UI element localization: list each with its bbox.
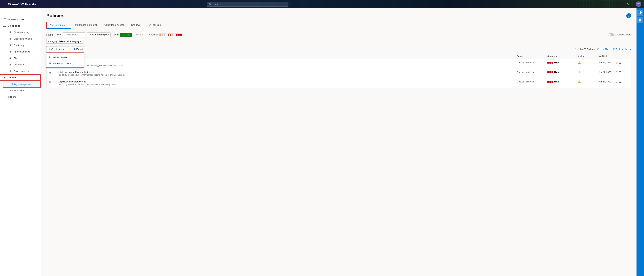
settings-button[interactable]: ⚙ [616,80,618,83]
create-policy-dropdown: ⊞ Activity policy ⊞ OAuth app policy [46,53,84,68]
table-row[interactable]: ⊞ Suspicious inbox forwarding This polic… [46,78,631,88]
governance-log-icon: ⊞ [9,70,12,72]
search-bar[interactable]: 🔍 [207,2,288,7]
severity-high-icon[interactable] [175,34,182,36]
search-icon: 🔍 [209,2,212,6]
list-button[interactable]: ☰ [619,61,621,64]
top-nav: ⊞ Microsoft 365 Defender 🔍 ⚙ ? TT [0,0,644,8]
list-button[interactable]: ☰ [619,71,621,74]
sidebar-item-governance-log[interactable]: ⊞ Governance log [3,68,41,74]
plus-icon: + [49,48,50,50]
row-action: 🔔 [578,80,598,83]
oauth-apps-icon: ⊞ [9,44,12,47]
more-button[interactable]: ⋮ [622,71,624,74]
search-input[interactable] [214,3,286,6]
sidebar-item-app-governance[interactable]: ⊞ App governance [3,48,41,55]
row-severity: High [548,71,578,74]
col-count[interactable]: Count [517,55,548,58]
advanced-filters-label: Advanced filters [616,34,631,36]
help-icon[interactable]: ? [632,2,633,6]
list-button[interactable]: ☰ [619,80,621,83]
status-disabled-button[interactable]: DISABLED [133,33,147,37]
more-button[interactable]: ⋮ [622,80,624,83]
col-severity[interactable]: Severity ▾ [548,55,578,58]
more-button[interactable]: ⋮ [622,61,624,64]
filters-row-1: Filters: Name: Type: Select type ▾ Statu… [46,32,631,37]
sidebar-item-policy-management[interactable]: Policy management [3,81,41,88]
help-button[interactable]: ? [626,13,631,18]
severity-label: High [554,61,559,64]
severity-label: High [554,71,559,74]
sidebar-section-cloud-apps[interactable]: ☁ Cloud apps ▲ [0,22,41,29]
tab-conditional-access[interactable]: Conditional access [101,22,128,29]
settings-button[interactable]: ⚙ [616,61,618,64]
activity-log-icon: ⊞ [9,63,12,66]
sev-sq-2 [178,34,180,36]
sidebar-item-files[interactable]: ⊞ Files [3,55,41,61]
sidebar-item-policy-templates[interactable]: Policy templates [3,88,41,94]
chat-button[interactable]: 💬 [637,10,643,16]
sidebar-hamburger[interactable]: ☰ [0,8,41,16]
sidebar-item-reports[interactable]: 📊 Reports [0,94,41,100]
category-filter-label: Category: [48,40,58,42]
row-name-col: Activity This policy profiles your envir… [58,61,517,66]
tab-information-protection[interactable]: Information protection [71,22,101,29]
sidebar-item-label: Reports [8,96,16,98]
hide-filters-label: Hide filters [600,48,610,50]
table-row[interactable]: ⊞ Activity This policy profiles your env… [46,59,631,69]
filters-label: Filters: [46,34,54,36]
sidebar-item-policies-rules[interactable]: ⊞ Policies & rules [0,16,41,22]
tab-shadow-it[interactable]: Shadow IT [128,22,146,29]
sidebar-section-policies[interactable]: ⊞ Policies ▲ [0,74,41,81]
sidebar-item-label: Cloud discovery [14,31,30,34]
feedback-button[interactable]: 📋 [637,17,643,23]
sidebar-item-cloud-discovery[interactable]: ⊞ Cloud discovery [3,29,41,36]
hide-filters-button[interactable]: ⊞ Hide filters [597,48,610,50]
sev-sq-1 [548,72,549,73]
export-icon: ⬇ [74,48,75,50]
sidebar-item-cloud-app-catalog[interactable]: ⊞ Cloud app catalog [3,36,41,42]
avatar[interactable]: TT [636,1,641,7]
sidebar-item-activity-log[interactable]: ⊞ Activity log [3,61,41,68]
sev-sq-3 [164,34,165,36]
tabs: Threat detection Information protection … [46,22,631,29]
row-count: 0 active incidents [517,80,548,83]
row-count: 0 active incidents [517,61,548,64]
right-panel: 💬 📋 [636,8,644,276]
table-header: Name / Description Count Severity ▾ Acti… [46,53,631,59]
tab-threat-detection[interactable]: Threat detection [46,22,71,29]
settings-icon[interactable]: ⚙ [626,2,629,6]
waffle-icon[interactable]: ⊞ [3,2,5,6]
name-filter-input[interactable] [63,32,85,37]
table-row[interactable]: ⊞ Activity performed by terminated user … [46,69,631,78]
col-more [624,55,628,58]
row-name-col: Suspicious inbox forwarding This policy … [58,80,517,86]
severity-label: High [554,80,559,83]
severity-medium-icon[interactable] [167,34,174,36]
toolbar-right: 1 - 20 of 99 Policies ⊞ Hide filters ⊞ T… [575,48,631,50]
status-active-button[interactable]: ACTIVE [120,33,132,37]
col-controls [616,55,624,58]
dropdown-item-activity-policy[interactable]: ⊞ Activity policy [46,54,84,60]
advanced-filters-toggle[interactable] [608,33,614,36]
filter-type[interactable]: Type: Select type ▾ [87,32,110,37]
filter-icon: ⊞ [597,48,599,50]
severity-low-icon[interactable] [158,34,166,36]
settings-button[interactable]: ⚙ [616,71,618,74]
sidebar-item-oauth-apps[interactable]: ⊞ OAuth apps [3,42,41,48]
row-modified: Apr 24, 2023 [598,61,616,64]
app-governance-icon: ⊞ [9,50,12,53]
advanced-filters: Advanced filters [608,33,631,36]
export-button[interactable]: ⬇ Export [71,46,85,52]
create-policy-button[interactable]: + Create policy ▾ [46,46,69,52]
tab-all-policies[interactable]: All policies [146,22,164,29]
dropdown-item-oauth-app-policy[interactable]: ⊞ OAuth app policy [46,60,84,66]
row-icon: ⊞ [49,80,58,84]
sev-sq-3 [552,72,553,73]
filter-category[interactable]: Category: Select risk category ▾ [46,39,83,44]
row-count: 0 active incidents [517,71,548,74]
cloud-app-catalog-icon: ⊞ [9,37,12,40]
row-icon: ⊞ [49,71,58,74]
table-settings-button[interactable]: ⊞ Table settings ▾ [613,48,631,50]
row-severity: High [548,61,578,64]
